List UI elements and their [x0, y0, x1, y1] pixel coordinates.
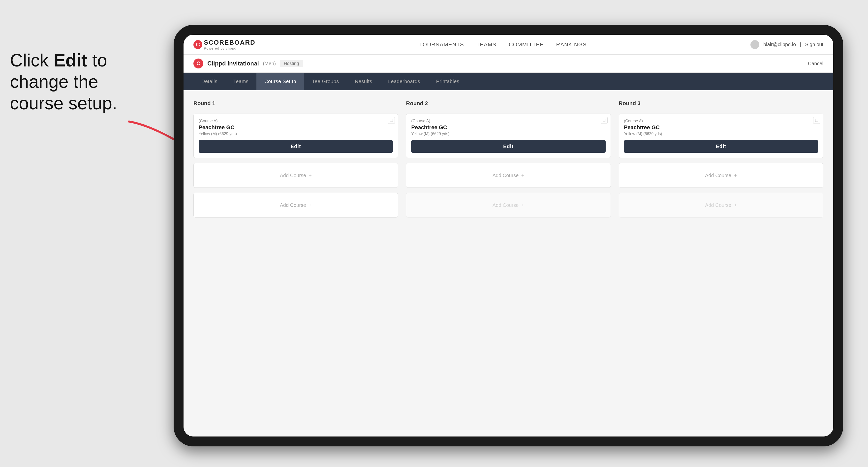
nav-teams[interactable]: TEAMS — [476, 41, 496, 48]
round-2-title: Round 2 — [406, 100, 611, 107]
round-3-delete-icon[interactable]: □ — [813, 117, 820, 124]
round-3-edit-button[interactable]: Edit — [624, 140, 818, 153]
scoreboard-logo-text: SCOREBOARD — [204, 39, 255, 46]
round-2-column: Round 2 □ (Course A) Peachtree GC Yellow… — [406, 100, 611, 218]
round-2-add-course-1-label: Add Course — [493, 173, 519, 178]
round-1-add-course-1-label: Add Course — [280, 173, 306, 178]
separator: | — [800, 42, 801, 48]
nav-committee[interactable]: COMMITTEE — [509, 41, 544, 48]
round-2-course-name: Peachtree GC — [411, 124, 606, 131]
logo-icon: C — [193, 40, 203, 49]
round-1-add-course-2-label: Add Course — [280, 203, 306, 208]
top-nav: C SCOREBOARD Powered by clippd TOURNAMEN… — [184, 35, 833, 55]
nav-right: blair@clippd.io | Sign out — [750, 40, 824, 49]
round-3-add-course-1[interactable]: Add Course + — [619, 163, 824, 188]
user-email: blair@clippd.io — [763, 42, 796, 48]
round-1-add-course-2[interactable]: Add Course + — [193, 193, 398, 218]
logo-text-group: SCOREBOARD Powered by clippd — [204, 39, 255, 50]
hosting-badge: Hosting — [280, 60, 303, 67]
rounds-grid: Round 1 □ (Course A) Peachtree GC Yellow… — [193, 100, 824, 218]
tablet-screen: C SCOREBOARD Powered by clippd TOURNAMEN… — [184, 35, 833, 436]
round-3-plus-icon-1: + — [734, 172, 737, 179]
round-1-course-name: Peachtree GC — [199, 124, 393, 131]
round-3-add-course-2-label: Add Course — [705, 203, 731, 208]
round-3-course-name: Peachtree GC — [624, 124, 818, 131]
instruction-text: Click Edit tochange thecourse setup. — [0, 40, 144, 124]
round-1-column: Round 1 □ (Course A) Peachtree GC Yellow… — [193, 100, 398, 218]
round-1-delete-icon[interactable]: □ — [388, 117, 395, 124]
tab-results[interactable]: Results — [347, 73, 380, 90]
round-2-add-course-1[interactable]: Add Course + — [406, 163, 611, 188]
round-3-add-course-2: Add Course + — [619, 193, 824, 218]
round-2-course-label: (Course A) — [411, 119, 606, 123]
tournament-gender: (Men) — [263, 61, 276, 66]
round-2-course-card: □ (Course A) Peachtree GC Yellow (M) (66… — [406, 114, 611, 158]
edit-emphasis: Edit — [54, 50, 87, 70]
round-2-delete-icon[interactable]: □ — [601, 117, 608, 124]
tournament-name: Clippd Invitational — [207, 60, 259, 67]
round-3-add-course-1-label: Add Course — [705, 173, 731, 178]
logo-area: C SCOREBOARD Powered by clippd — [193, 39, 255, 50]
sub-header: C Clippd Invitational (Men) Hosting Canc… — [184, 55, 833, 73]
round-1-course-card: □ (Course A) Peachtree GC Yellow (M) (66… — [193, 114, 398, 158]
main-content: Round 1 □ (Course A) Peachtree GC Yellow… — [184, 90, 833, 436]
sign-out-link[interactable]: Sign out — [805, 42, 824, 48]
tab-tee-groups[interactable]: Tee Groups — [304, 73, 347, 90]
round-2-edit-button[interactable]: Edit — [411, 140, 606, 153]
round-2-add-course-2-label: Add Course — [493, 203, 519, 208]
round-1-add-course-1[interactable]: Add Course + — [193, 163, 398, 188]
nav-tournaments[interactable]: TOURNAMENTS — [419, 41, 464, 48]
round-3-plus-icon-2: + — [734, 202, 737, 208]
tabs-bar: Details Teams Course Setup Tee Groups Re… — [184, 73, 833, 90]
tab-course-setup[interactable]: Course Setup — [256, 73, 304, 90]
round-1-edit-button[interactable]: Edit — [199, 140, 393, 153]
round-3-course-label: (Course A) — [624, 119, 818, 123]
round-3-course-card: □ (Course A) Peachtree GC Yellow (M) (66… — [619, 114, 824, 158]
round-2-plus-icon-1: + — [521, 172, 524, 179]
tab-details[interactable]: Details — [193, 73, 225, 90]
nav-links: TOURNAMENTS TEAMS COMMITTEE RANKINGS — [419, 41, 587, 48]
round-2-plus-icon-2: + — [521, 202, 524, 208]
round-1-course-details: Yellow (M) (6629 yds) — [199, 132, 393, 136]
round-3-title: Round 3 — [619, 100, 824, 107]
sub-header-left: C Clippd Invitational (Men) Hosting — [193, 59, 303, 68]
nav-rankings[interactable]: RANKINGS — [556, 41, 587, 48]
round-1-plus-icon-2: + — [309, 202, 312, 208]
logo-sub-text: Powered by clippd — [204, 46, 255, 50]
tab-teams[interactable]: Teams — [225, 73, 256, 90]
tab-printables[interactable]: Printables — [428, 73, 467, 90]
round-1-title: Round 1 — [193, 100, 398, 107]
tab-leaderboards[interactable]: Leaderboards — [380, 73, 428, 90]
round-1-course-label: (Course A) — [199, 119, 393, 123]
round-1-plus-icon-1: + — [309, 172, 312, 179]
round-3-course-details: Yellow (M) (6629 yds) — [624, 132, 818, 136]
tablet-frame: C SCOREBOARD Powered by clippd TOURNAMEN… — [174, 25, 843, 446]
round-2-course-details: Yellow (M) (6629 yds) — [411, 132, 606, 136]
round-3-column: Round 3 □ (Course A) Peachtree GC Yellow… — [619, 100, 824, 218]
clippd-icon: C — [193, 59, 204, 68]
user-avatar — [750, 40, 760, 49]
round-2-add-course-2: Add Course + — [406, 193, 611, 218]
cancel-button[interactable]: Cancel — [808, 61, 824, 66]
